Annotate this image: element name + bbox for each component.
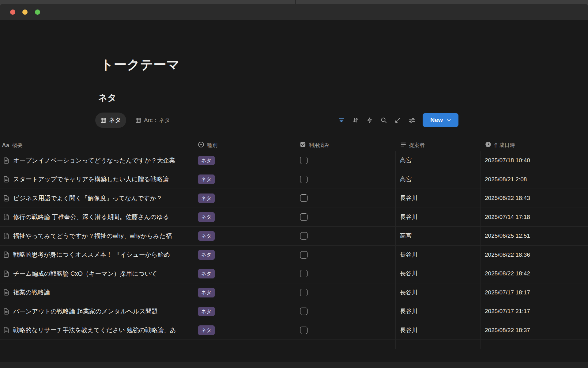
column-header-overview[interactable]: Aa 概要 bbox=[0, 140, 193, 151]
row-title: スタートアップでキャリアを構築したい人に贈る戦略論 bbox=[13, 175, 169, 183]
row-title-cell[interactable]: 修行の戦略論 丁稚奉公、深く潜る期間。佐藤さんのゆる bbox=[0, 208, 193, 227]
table-row: ビジネス用語でよく聞く「解像度」ってなんですか？ ネタ 長谷川 2025/08/… bbox=[0, 189, 588, 208]
used-checkbox[interactable] bbox=[300, 270, 307, 277]
used-checkbox[interactable] bbox=[300, 327, 307, 334]
row-title-cell[interactable]: オープンイノベーションってどうなったんですか？大企業 bbox=[0, 151, 193, 170]
database-table: Aa 概要 種別 bbox=[0, 140, 588, 349]
select-icon bbox=[198, 141, 204, 149]
page-icon bbox=[2, 213, 10, 221]
type-tag: ネタ bbox=[198, 156, 215, 166]
used-checkbox[interactable] bbox=[300, 194, 307, 202]
row-used-cell[interactable] bbox=[295, 208, 396, 227]
table-trailing-dividers bbox=[0, 340, 588, 349]
row-title-cell[interactable]: 戦略的思考が身につくオススメ本！ 『イシューから始め bbox=[0, 246, 193, 264]
row-type-cell[interactable]: ネタ bbox=[193, 151, 295, 170]
type-tag: ネタ bbox=[198, 288, 215, 297]
row-created-cell[interactable]: 2025/07/17 21:17 bbox=[481, 302, 588, 321]
row-proposer-cell[interactable]: 長谷川 bbox=[396, 189, 481, 208]
search-icon[interactable] bbox=[380, 116, 388, 124]
row-created-cell[interactable]: 2025/07/14 17:18 bbox=[481, 208, 588, 227]
created-text: 2025/08/22 18:42 bbox=[485, 270, 530, 277]
page-icon bbox=[2, 232, 10, 240]
row-title: オープンイノベーションってどうなったんですか？大企業 bbox=[13, 156, 175, 165]
table-row: 戦略的思考が身につくオススメ本！ 『イシューから始め ネタ 長谷川 2025/0… bbox=[0, 246, 588, 265]
used-checkbox[interactable] bbox=[300, 289, 307, 296]
row-proposer-cell[interactable]: 高宮 bbox=[396, 170, 481, 189]
row-used-cell[interactable] bbox=[295, 227, 396, 245]
row-title-cell[interactable]: バーンアウトの戦略論 起業家のメンタルヘルス問題 bbox=[0, 302, 193, 321]
row-proposer-cell[interactable]: 長谷川 bbox=[396, 208, 481, 227]
table-view-icon bbox=[100, 117, 106, 123]
row-title-cell[interactable]: ビジネス用語でよく聞く「解像度」ってなんですか？ bbox=[0, 189, 193, 208]
row-type-cell[interactable]: ネタ bbox=[193, 170, 295, 189]
row-created-cell[interactable]: 2025/07/17 18:17 bbox=[481, 283, 588, 302]
row-type-cell[interactable]: ネタ bbox=[193, 321, 295, 340]
row-title: 戦略的思考が身につくオススメ本！ 『イシューから始め bbox=[13, 251, 170, 259]
row-title-cell[interactable]: 戦略的なリサーチ手法を教えてください 勉強の戦略論、あ bbox=[0, 321, 193, 340]
row-used-cell[interactable] bbox=[295, 189, 396, 208]
row-title-cell[interactable]: 福祉やってみてどうですか？福祉のwhy、whyからみた福 bbox=[0, 227, 193, 245]
notion-window: トークテーマ ネタ ネタ bbox=[0, 4, 588, 368]
view-tab-arc-neta[interactable]: Arc：ネタ bbox=[134, 113, 172, 128]
row-proposer-cell[interactable]: 長谷川 bbox=[396, 283, 481, 302]
new-button[interactable]: New bbox=[423, 113, 458, 127]
row-used-cell[interactable] bbox=[295, 264, 396, 283]
row-title-cell[interactable]: スタートアップでキャリアを構築したい人に贈る戦略論 bbox=[0, 170, 193, 189]
column-header-created[interactable]: 作成日時 bbox=[481, 140, 588, 151]
row-type-cell[interactable]: ネタ bbox=[193, 264, 295, 283]
row-used-cell[interactable] bbox=[295, 302, 396, 321]
row-title-cell[interactable]: チーム編成の戦略論 CxO（キーマン）採用について bbox=[0, 264, 193, 283]
view-settings-icon[interactable] bbox=[408, 116, 416, 124]
row-type-cell[interactable]: ネタ bbox=[193, 302, 295, 321]
row-proposer-cell[interactable]: 長谷川 bbox=[396, 321, 481, 340]
row-proposer-cell[interactable]: 高宮 bbox=[396, 227, 481, 245]
row-created-cell[interactable]: 2025/08/22 18:43 bbox=[481, 189, 588, 208]
row-created-cell[interactable]: 2025/08/22 18:36 bbox=[481, 246, 588, 264]
row-used-cell[interactable] bbox=[295, 246, 396, 264]
zoom-window-button[interactable] bbox=[35, 10, 40, 15]
column-header-proposer[interactable]: 提案者 bbox=[396, 140, 481, 151]
column-header-used[interactable]: 利用済み bbox=[295, 140, 396, 151]
column-label: 利用済み bbox=[309, 142, 330, 149]
row-type-cell[interactable]: ネタ bbox=[193, 208, 295, 227]
used-checkbox[interactable] bbox=[300, 251, 307, 259]
row-created-cell[interactable]: 2025/08/22 18:37 bbox=[481, 321, 588, 340]
chevron-down-icon bbox=[447, 117, 451, 123]
minimize-window-button[interactable] bbox=[22, 10, 28, 15]
row-proposer-cell[interactable]: 高宮 bbox=[396, 151, 481, 170]
close-window-button[interactable] bbox=[10, 10, 15, 15]
row-type-cell[interactable]: ネタ bbox=[193, 283, 295, 302]
column-label: 種別 bbox=[207, 142, 217, 149]
used-checkbox[interactable] bbox=[300, 157, 307, 164]
automation-icon[interactable] bbox=[366, 116, 374, 124]
row-created-cell[interactable]: 2025/07/18 10:40 bbox=[481, 151, 588, 170]
row-proposer-cell[interactable]: 長谷川 bbox=[396, 264, 481, 283]
used-checkbox[interactable] bbox=[300, 176, 307, 183]
used-checkbox[interactable] bbox=[300, 213, 307, 221]
row-title-cell[interactable]: 複業の戦略論 bbox=[0, 283, 193, 302]
created-text: 2025/07/17 21:17 bbox=[485, 308, 530, 315]
row-created-cell[interactable]: 2025/08/21 2:08 bbox=[481, 170, 588, 189]
sort-icon[interactable] bbox=[352, 116, 360, 124]
row-used-cell[interactable] bbox=[295, 283, 396, 302]
proposer-text: 高宮 bbox=[400, 175, 412, 183]
row-used-cell[interactable] bbox=[295, 170, 396, 189]
column-header-type[interactable]: 種別 bbox=[193, 140, 295, 151]
row-type-cell[interactable]: ネタ bbox=[193, 227, 295, 245]
row-type-cell[interactable]: ネタ bbox=[193, 246, 295, 264]
row-proposer-cell[interactable]: 長谷川 bbox=[396, 302, 481, 321]
row-used-cell[interactable] bbox=[295, 321, 396, 340]
proposer-text: 長谷川 bbox=[400, 251, 417, 259]
row-proposer-cell[interactable]: 長谷川 bbox=[396, 246, 481, 264]
view-tab-neta[interactable]: ネタ bbox=[95, 113, 126, 128]
expand-icon[interactable] bbox=[394, 116, 402, 124]
filter-icon[interactable] bbox=[337, 116, 345, 124]
row-used-cell[interactable] bbox=[295, 151, 396, 170]
used-checkbox[interactable] bbox=[300, 308, 307, 315]
row-created-cell[interactable]: 2025/08/22 18:42 bbox=[481, 264, 588, 283]
row-created-cell[interactable]: 2025/06/25 12:51 bbox=[481, 227, 588, 245]
row-type-cell[interactable]: ネタ bbox=[193, 189, 295, 208]
used-checkbox[interactable] bbox=[300, 232, 307, 240]
collection-title[interactable]: ネタ bbox=[98, 92, 116, 104]
row-title: 福祉やってみてどうですか？福祉のwhy、whyからみた福 bbox=[13, 232, 172, 240]
